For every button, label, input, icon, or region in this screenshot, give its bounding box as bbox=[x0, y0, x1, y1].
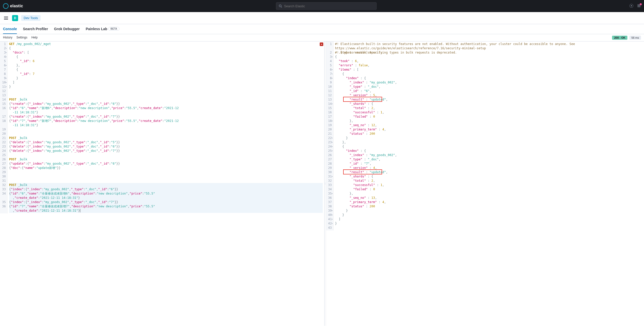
code-line[interactable]: "_primary_term" : 4, bbox=[335, 200, 642, 204]
code-line[interactable]: {"index":{"_index":"my_goods_002","_type… bbox=[9, 200, 323, 204]
code-line[interactable]: "_seq_no" : 13, bbox=[335, 196, 642, 200]
code-line[interactable]: "_id": 7 bbox=[9, 72, 323, 76]
code-line[interactable]: {"create":{"_index":"my_goods_002","_typ… bbox=[9, 115, 323, 119]
newsfeed-icon[interactable] bbox=[637, 4, 641, 9]
code-line[interactable] bbox=[9, 179, 323, 183]
code-line[interactable] bbox=[9, 132, 323, 136]
code-line[interactable]: "total" : 2, bbox=[335, 106, 642, 110]
tab-painless-lab[interactable]: Painless Lab BETA bbox=[86, 24, 119, 34]
code-line[interactable]: ▾} bbox=[9, 85, 323, 89]
code-line[interactable]: "_id" : "7", bbox=[335, 162, 642, 166]
code-line[interactable]: {"delete":{"_index":"my_goods_002","_typ… bbox=[9, 140, 323, 145]
code-line[interactable]: ▾ ] bbox=[9, 80, 323, 85]
code-line[interactable]: ▾ "index" : { bbox=[335, 149, 642, 153]
code-line[interactable]: { bbox=[9, 68, 323, 72]
code-line[interactable] bbox=[9, 153, 323, 157]
code-line[interactable]: ▾ "docs": [ bbox=[9, 51, 323, 55]
response-viewer[interactable]: #! Elasticsearch built-in security featu… bbox=[334, 41, 644, 230]
code-line[interactable]: ▾ "_shards" : { bbox=[335, 174, 642, 179]
global-search[interactable] bbox=[276, 2, 377, 10]
code-line[interactable]: #! Elasticsearch built-in security featu… bbox=[335, 42, 642, 51]
code-line[interactable]: "_id" : "6", bbox=[335, 89, 642, 93]
beta-badge: BETA bbox=[108, 27, 119, 31]
code-line[interactable]: {"create":{"_index":"my_goods_002","_typ… bbox=[9, 102, 323, 106]
code-line[interactable]: ▾ { bbox=[335, 72, 642, 76]
code-line[interactable]: ▾{ bbox=[335, 55, 642, 59]
code-line[interactable] bbox=[9, 93, 323, 98]
code-line[interactable]: "_version" : 5, bbox=[335, 93, 642, 98]
code-line[interactable]: ▾ }, bbox=[335, 192, 642, 196]
tab-search-profiler[interactable]: Search Profiler bbox=[23, 24, 48, 34]
code-line[interactable]: ▾ "index" : { bbox=[335, 76, 642, 80]
code-line[interactable]: ▾} bbox=[335, 221, 642, 226]
code-line[interactable]: "successful" : 1, bbox=[335, 110, 642, 115]
code-line[interactable]: ▾ ] bbox=[335, 217, 642, 221]
code-line[interactable]: "status" : 200 bbox=[335, 132, 642, 136]
code-line[interactable]: POST _bulk bbox=[9, 183, 323, 187]
help-icon[interactable] bbox=[629, 4, 633, 9]
code-line[interactable]: POST _bulk bbox=[9, 136, 323, 140]
code-line[interactable]: "_seq_no" : 12, bbox=[335, 123, 642, 127]
code-line[interactable] bbox=[9, 174, 323, 179]
search-input[interactable] bbox=[284, 4, 374, 8]
code-line[interactable]: "_type" : "_doc", bbox=[335, 157, 642, 162]
code-line[interactable]: ▾ "items" : [ bbox=[335, 68, 642, 72]
code-line[interactable]: "result" : "updated", bbox=[335, 98, 642, 102]
settings-link[interactable]: Settings bbox=[16, 36, 27, 40]
code-line[interactable]: "took" : 6, bbox=[335, 59, 642, 63]
space-badge[interactable]: D bbox=[12, 15, 18, 21]
code-line[interactable]: "status" : 200 bbox=[335, 204, 642, 209]
code-line[interactable]: "successful" : 1, bbox=[335, 183, 642, 187]
code-line[interactable]: {"doc":{"name":"update新增"}} bbox=[9, 166, 323, 170]
code-line[interactable]: ▾ }, bbox=[9, 63, 323, 68]
code-line[interactable]: "_primary_term" : 4, bbox=[335, 127, 642, 132]
code-line[interactable]: {"id":"7","name":"新增7","description":"ne… bbox=[9, 119, 323, 127]
code-line[interactable]: GET /my_goods_002/_mget bbox=[9, 42, 323, 46]
code-line[interactable]: "errors" : false, bbox=[335, 63, 642, 68]
code-line[interactable]: ▾ } bbox=[335, 209, 642, 213]
nav-toggle-icon[interactable] bbox=[3, 16, 9, 21]
svg-point-0 bbox=[279, 5, 281, 7]
code-line[interactable]: ▾ "_shards" : { bbox=[335, 102, 642, 106]
elastic-logo[interactable]: elastic bbox=[3, 3, 23, 9]
code-line[interactable]: #! [types removal] Specifying types in b… bbox=[335, 51, 642, 55]
code-line[interactable]: ▾ } bbox=[9, 76, 323, 80]
code-line[interactable]: {"id":"7","name":"全量修改或者新增7","descriptio… bbox=[9, 204, 323, 213]
tab-console[interactable]: Console bbox=[3, 24, 17, 34]
code-line[interactable]: "_type" : "_doc", bbox=[335, 85, 642, 89]
code-line[interactable]: ▾ } bbox=[335, 213, 642, 217]
code-line[interactable]: {"delete":{"_index":"my_goods_002","_typ… bbox=[9, 145, 323, 149]
code-line[interactable]: ▾ }, bbox=[335, 119, 642, 123]
code-line[interactable]: "total" : 2, bbox=[335, 179, 642, 183]
code-line[interactable]: {"index":{"_index":"my_goods_002","_type… bbox=[9, 187, 323, 192]
code-line[interactable]: "_id": 6 bbox=[9, 59, 323, 63]
code-line[interactable] bbox=[335, 226, 642, 230]
request-pane[interactable]: ✕ 12345678910111213141516171819202122232… bbox=[0, 41, 325, 326]
history-link[interactable]: History bbox=[3, 36, 12, 40]
code-line[interactable]: "_index" : "my_goods_002", bbox=[335, 153, 642, 157]
code-line[interactable]: ▾ }, bbox=[335, 140, 642, 145]
code-line[interactable] bbox=[9, 170, 323, 174]
request-editor[interactable]: GET /my_goods_002/_mget▾{▾ "docs": [▾ { … bbox=[8, 41, 324, 213]
code-line[interactable]: POST _bulk bbox=[9, 157, 323, 162]
tab-grok-debugger[interactable]: Grok Debugger bbox=[54, 24, 80, 34]
code-line[interactable]: "failed" : 0 bbox=[335, 115, 642, 119]
app-name-badge[interactable]: Dev Tools bbox=[21, 15, 41, 21]
code-line[interactable]: {"update":{"_index":"my_goods_002","_typ… bbox=[9, 162, 323, 166]
code-line[interactable]: ▾ } bbox=[335, 136, 642, 140]
code-line[interactable]: ▾{ bbox=[9, 46, 323, 51]
code-line[interactable]: {"id":"6","name":"全量修改或者新增6","descriptio… bbox=[9, 192, 323, 200]
code-line[interactable]: "result" : "updated", bbox=[335, 170, 642, 174]
code-line[interactable]: {"delete":{"_index":"my_goods_002","_typ… bbox=[9, 149, 323, 153]
code-line[interactable]: "failed" : 0 bbox=[335, 187, 642, 192]
code-line[interactable]: "_version" : 4, bbox=[335, 166, 642, 170]
code-line[interactable]: POST _bulk bbox=[9, 98, 323, 102]
code-line[interactable] bbox=[9, 127, 323, 132]
help-link[interactable]: Help bbox=[31, 36, 38, 40]
code-line[interactable]: ▾ { bbox=[335, 145, 642, 149]
code-line[interactable]: ▾ { bbox=[9, 55, 323, 59]
sub-header: D Dev Tools bbox=[0, 12, 644, 24]
code-line[interactable] bbox=[9, 89, 323, 93]
code-line[interactable]: {"id":"6","name":"新增6","description":"ne… bbox=[9, 106, 323, 115]
code-line[interactable]: "_index" : "my_goods_002", bbox=[335, 80, 642, 85]
